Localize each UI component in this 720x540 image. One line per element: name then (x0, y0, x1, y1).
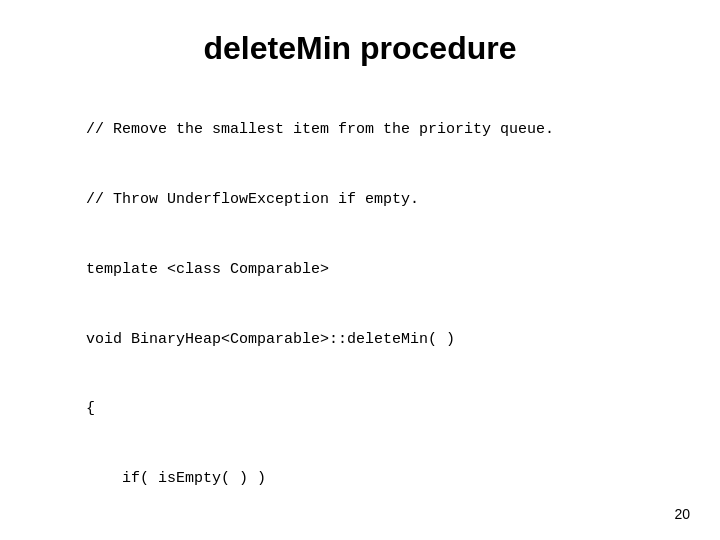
code-line-6: if( isEmpty( ) ) (86, 470, 266, 487)
code-line-5: { (86, 400, 95, 417)
code-block: // Remove the smallest item from the pri… (50, 95, 680, 540)
slide-title: deleteMin procedure (40, 30, 680, 67)
page-number: 20 (674, 506, 690, 522)
slide-container: deleteMin procedure // Remove the smalle… (0, 0, 720, 540)
code-line-1: // Remove the smallest item from the pri… (86, 121, 554, 138)
code-line-3: template <class Comparable> (86, 261, 329, 278)
code-line-2: // Throw UnderflowException if empty. (86, 191, 419, 208)
code-line-4: void BinaryHeap<Comparable>::deleteMin( … (86, 331, 455, 348)
